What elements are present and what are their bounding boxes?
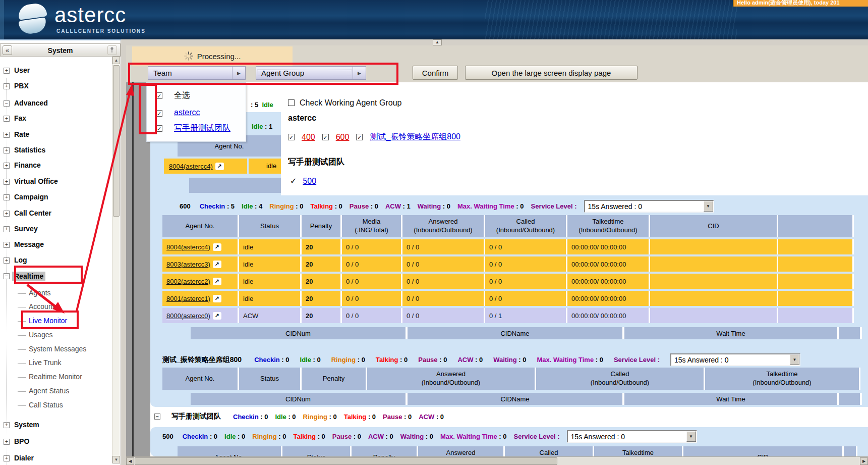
tree-toggle-icon[interactable]: − xyxy=(4,273,10,279)
group-500-stats: 500Checkin : 0Idle : 0Ringing : 0Talking… xyxy=(162,430,697,443)
sidebar-item-system-messages[interactable]: System Messages xyxy=(29,345,86,355)
table-cell xyxy=(650,239,778,254)
sidebar-item-call-status[interactable]: Call Status xyxy=(29,401,63,411)
tree-toggle-icon[interactable]: + xyxy=(4,132,10,138)
check-working-option[interactable]: Check Working Agent Group xyxy=(288,98,401,108)
agent-group-link[interactable]: 400 xyxy=(302,133,315,142)
group-600-stats: 600Checkin : 5Idle : 4Ringing : 0Talking… xyxy=(180,200,714,213)
open-large-screen-button[interactable]: Open the large screen display page xyxy=(465,66,638,80)
open-agent-icon[interactable]: ↗ xyxy=(213,295,221,302)
confirm-button[interactable]: Confirm xyxy=(413,66,458,80)
tree-toggle-icon[interactable]: + xyxy=(4,242,10,248)
table-cell: idle xyxy=(239,239,302,254)
horizontal-scrollbar[interactable]: ◀ ▶ xyxy=(126,456,868,465)
table-row: 8004(astercc4)↗idle200 / 00 / 00 / 000:0… xyxy=(162,239,854,254)
team-menu-label[interactable]: 写手册测试团队 xyxy=(174,123,230,134)
scroll-left-icon[interactable]: ◀ xyxy=(126,457,134,465)
sidebar-item-usages[interactable]: Usages xyxy=(29,331,52,341)
tree-toggle-icon[interactable]: + xyxy=(4,439,10,445)
table-cell xyxy=(778,308,854,323)
sidebar-item-live-trunk[interactable]: Live Trunk xyxy=(29,358,62,369)
tree-toggle-icon[interactable]: + xyxy=(4,116,10,122)
checkbox-icon[interactable]: ✓ xyxy=(322,134,329,140)
agent-link[interactable]: 8004(astercc4) xyxy=(166,243,210,251)
banner-edge xyxy=(0,0,4,39)
tree-toggle-icon[interactable]: + xyxy=(4,226,10,232)
select-arrow-icon[interactable]: ▼ xyxy=(790,354,799,365)
sidebar-item-label: Usages xyxy=(29,331,52,339)
open-agent-icon[interactable]: ↗ xyxy=(213,243,221,251)
pin-icon[interactable] xyxy=(107,45,117,55)
tree-toggle-icon[interactable]: − xyxy=(154,414,160,420)
checkbox-icon[interactable]: ✓ xyxy=(290,176,297,186)
sidebar-item-agent-status[interactable]: Agent Status xyxy=(29,387,69,397)
scroll-up-icon[interactable]: ▲ xyxy=(112,57,120,64)
checkbox-icon[interactable]: ✓ xyxy=(288,134,295,140)
tree-toggle-icon[interactable]: + xyxy=(4,147,10,153)
open-agent-icon[interactable]: ↗ xyxy=(213,278,221,285)
agent-group-link[interactable]: 600 xyxy=(336,133,350,142)
service-level-select[interactable]: 15s Answered : 0▼ xyxy=(584,200,714,213)
service-level-select[interactable]: 15s Answered : 0▼ xyxy=(670,353,800,366)
tree-toggle-icon[interactable]: + xyxy=(4,179,10,185)
sidebar-item-live-monitor[interactable]: Live Monitor xyxy=(29,317,67,327)
scroll-right-icon[interactable]: ▶ xyxy=(860,457,868,465)
tree-toggle-icon[interactable]: + xyxy=(4,163,10,169)
agent-link[interactable]: 8003(astercc3) xyxy=(166,261,210,268)
team-menu-label[interactable]: astercc xyxy=(174,108,200,117)
checkbox-icon[interactable]: ✓ xyxy=(356,134,363,140)
cid-column-header: Wait Time xyxy=(624,393,839,405)
scroll-up-icon[interactable]: ▲ xyxy=(433,39,442,45)
sidebar-item-label: Live Trunk xyxy=(29,358,62,367)
open-agent-icon[interactable]: ↗ xyxy=(213,261,221,268)
splitter[interactable] xyxy=(121,39,126,465)
agent-link[interactable]: 8002(astercc2) xyxy=(166,278,210,285)
stat-item: Idle : 0 xyxy=(224,433,245,440)
agent-link[interactable]: 8001(astercc1) xyxy=(166,295,210,302)
agent-link[interactable]: 8004(astercc4) xyxy=(169,163,213,170)
sidebar-item-realtime-monitor[interactable]: Realtime Monitor xyxy=(29,373,82,383)
agent-group-dropdown[interactable]: Agent Group▶ xyxy=(256,66,366,80)
tree-toggle-icon[interactable]: + xyxy=(4,68,10,74)
checkbox-icon[interactable]: ✓ xyxy=(156,125,162,132)
table-cell: 0 / 0 xyxy=(402,274,485,289)
sidebar-scroll-thumb[interactable] xyxy=(113,65,120,217)
team-dropdown[interactable]: Team▶ xyxy=(148,66,246,80)
column-header: Penalty xyxy=(302,215,342,237)
scroll-down-icon[interactable]: ▼ xyxy=(112,456,120,463)
select-arrow-icon[interactable]: ▼ xyxy=(686,431,696,442)
checkbox-icon[interactable]: ✓ xyxy=(156,110,162,117)
agent-link[interactable]: 8000(astercc0) xyxy=(166,312,210,320)
sidebar-scrollbar[interactable]: ▲ ▼ xyxy=(112,57,120,463)
sidebar-item-label: PBX xyxy=(14,82,29,90)
agent-group-link[interactable]: 测试_振铃策略坐席组800 xyxy=(370,132,460,142)
stat-item: Idle : 4 xyxy=(242,202,262,210)
open-agent-icon[interactable]: ↗ xyxy=(215,163,224,170)
table-cell: 0 / 0 xyxy=(485,274,567,289)
tree-toggle-icon[interactable]: + xyxy=(4,211,10,217)
tree-connector xyxy=(18,307,26,307)
occluded-group400-stat: Idle : 1 xyxy=(252,123,272,130)
sidebar-item-agents[interactable]: Agents xyxy=(29,289,51,299)
select-arrow-icon[interactable]: ▼ xyxy=(704,201,713,212)
checkbox-icon[interactable] xyxy=(288,99,295,106)
tree-toggle-icon[interactable]: + xyxy=(4,194,10,200)
tree-toggle-icon[interactable]: + xyxy=(4,83,10,89)
column-header: Answered (Inbound/Outbound) xyxy=(367,368,536,390)
tree-toggle-icon[interactable]: + xyxy=(4,422,10,428)
stat-item: Max. Waiting Time : 0 xyxy=(457,202,524,210)
tree-toggle-icon[interactable]: + xyxy=(4,455,10,461)
tree-toggle-icon[interactable]: + xyxy=(4,257,10,264)
service-level-select[interactable]: 15s Answered : 0▼ xyxy=(567,430,697,443)
column-header: Called (Inbound/Outbound) xyxy=(536,368,705,390)
team-section-title: 写手册测试团队 xyxy=(288,157,344,168)
sidebar-item-accounts[interactable]: Accounts xyxy=(29,302,58,313)
open-agent-icon[interactable]: ↗ xyxy=(213,312,221,320)
checkbox-icon[interactable]: ✓ xyxy=(156,92,162,99)
hscroll-thumb[interactable] xyxy=(135,457,557,465)
tree-toggle-icon[interactable]: − xyxy=(4,100,10,107)
stat-item: Waiting : 0 xyxy=(418,202,450,210)
agent-group-link[interactable]: 500 xyxy=(303,177,316,186)
column-header: Called (Inbound/Outbound) xyxy=(485,215,567,237)
stat-item: Max. Waiting Time : 0 xyxy=(537,356,603,364)
